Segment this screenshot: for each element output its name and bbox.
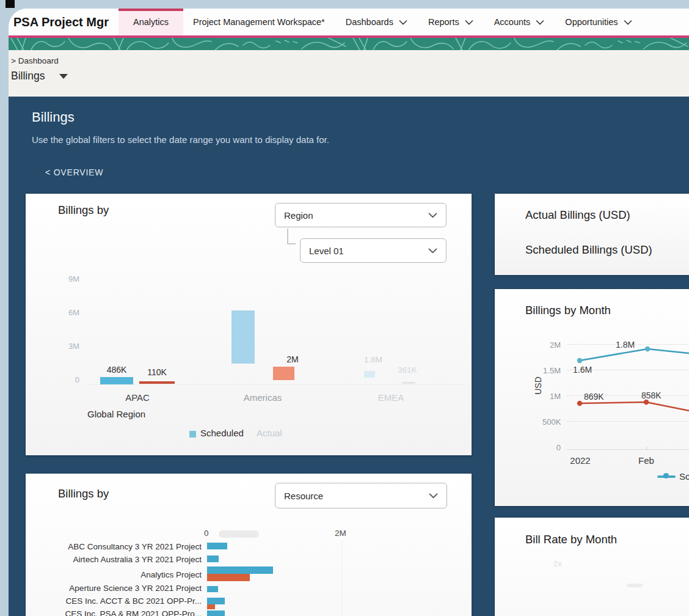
bar-emea-scheduled[interactable] [364, 371, 375, 378]
breadcrumb-area: > Dashboard Billings [9, 50, 689, 97]
bar-value-label: 2M [279, 354, 306, 364]
x-tick-label: Feb [636, 455, 656, 466]
x-tick-label: 2022 [566, 455, 595, 466]
topographic-banner [9, 38, 689, 50]
window-control-fragment [5, 0, 15, 8]
chevron-down-icon [429, 493, 438, 499]
legend-item-scheduled[interactable]: Sch [679, 471, 689, 482]
faded-ghost-label [219, 530, 259, 538]
chevron-down-icon [624, 20, 632, 25]
x-category-label: Americas [232, 392, 293, 403]
y-tick-label: 0 [61, 375, 79, 384]
x-axis-title: Global Region [87, 409, 145, 419]
gridline [341, 541, 342, 616]
legend-dot-icon [663, 473, 669, 479]
page-title: Billings [11, 70, 45, 82]
resource-dimension-select[interactable]: Resource [275, 483, 447, 508]
bar-scheduled[interactable] [207, 566, 273, 574]
dashboard-subtitle: Use the global filters to select the dat… [32, 134, 329, 145]
region-level-select[interactable]: Level 01 [300, 238, 447, 263]
y-tick-label: 500K [542, 417, 561, 427]
x-category-label: APAC [113, 392, 162, 403]
bar-value-label: 486K [94, 365, 139, 375]
kpi-actual-billings-label: Actual Billings (USD) [525, 208, 630, 222]
faded-chart-fragment [627, 584, 643, 587]
y-tick-label: 2M [542, 340, 561, 350]
legend-item-actual[interactable]: Actual [257, 428, 282, 438]
app-title: PSA Project Mgr [13, 15, 109, 29]
resource-row-label: ABC Consultancy 3 YR 2021 Project [44, 542, 202, 551]
bar-actual[interactable] [207, 574, 250, 581]
bar-scheduled[interactable] [207, 610, 225, 616]
y-tick-label: 6M [61, 308, 79, 317]
chevron-down-icon [399, 20, 407, 25]
billings-by-month-card: Billings by Month 2M 1.5M 1M 500K 0 USD … [495, 289, 689, 506]
resource-row-label: Analytics Project [44, 570, 202, 579]
y-tick-label: 1M [542, 392, 561, 401]
bar-americas-scheduled[interactable] [231, 310, 255, 364]
chevron-down-icon [428, 212, 437, 218]
kpi-scheduled-billings-label: Scheduled Billings (USD) [525, 243, 652, 257]
region-dimension-select[interactable]: Region [275, 203, 447, 227]
chevron-down-icon [536, 20, 544, 25]
bar-value-label: 361K [392, 365, 423, 375]
hierarchy-connector [287, 229, 296, 244]
resource-row-label: Aperture Science 3 YR 2021 Project [44, 584, 202, 593]
page-switcher-caret-icon[interactable] [59, 74, 68, 79]
card-title: Billings by [58, 204, 109, 217]
legend-swatch-scheduled [189, 431, 196, 438]
bar-emea-actual[interactable] [402, 382, 415, 384]
billings-by-resource-card: Billings by Resource 0 2M ABC Consultanc… [26, 474, 472, 616]
bar-scheduled[interactable] [207, 543, 227, 549]
tab-dashboards[interactable]: Dashboards [344, 9, 409, 35]
card-title: Billings by [58, 487, 109, 501]
card-title: Billings by Month [525, 304, 611, 317]
breadcrumb[interactable]: > Dashboard [11, 56, 689, 65]
bar-value-label: 110K [133, 367, 181, 377]
point-label: 858K [641, 391, 662, 400]
x-tick-label: 2M [335, 529, 346, 538]
billings-by-region-card: Billings by Region Level 01 9M 6M 3M 0 4… [26, 194, 472, 455]
tab-analytics[interactable]: Analytics [118, 9, 183, 35]
dashboard-title: Billings [32, 109, 75, 125]
resource-row-label: Airtech Australia 3 YR 2021 Project [44, 555, 202, 564]
tab-accounts[interactable]: Accounts [493, 9, 546, 35]
chevron-down-icon [428, 248, 437, 254]
billings-kpi-card: Actual Billings (USD) Scheduled Billings… [495, 194, 689, 275]
tab-project-management-workspace[interactable]: Project Management Workspace* [192, 9, 326, 35]
legend-item-scheduled[interactable]: Scheduled [200, 428, 244, 438]
x-tick-label: 0 [204, 529, 209, 538]
bar-americas-actual[interactable] [273, 367, 294, 380]
overview-back-link[interactable]: < OVERVIEW [45, 167, 103, 177]
bar-scheduled[interactable] [207, 598, 225, 604]
top-navbar: PSA Project Mgr Analytics Project Manage… [9, 9, 689, 35]
y-tick-label: 9M [61, 274, 79, 284]
y-axis-title: USD [533, 376, 543, 395]
point-label: 869K [584, 392, 604, 402]
point-label: 1.6M [573, 365, 592, 375]
app-window: PSA Project Mgr Analytics Project Manage… [9, 9, 689, 616]
point-label: 1.8M [616, 340, 635, 350]
bar-actual[interactable] [207, 604, 215, 609]
bar-scheduled[interactable] [207, 586, 218, 592]
y-tick-label: 0 [542, 443, 561, 452]
resource-row-label: CES Inc. PSA & RM 2021 OPP-Pro... [44, 609, 202, 616]
baseline [87, 384, 465, 385]
chevron-down-icon [465, 20, 473, 25]
faded-y-tick-label: 2x [553, 559, 562, 568]
bar-apac-actual[interactable] [139, 381, 175, 384]
tab-reports[interactable]: Reports [427, 9, 475, 35]
resource-row-label: CES Inc. ACCT & BC 2021 OPP-Pr... [44, 596, 202, 606]
dashboard-panel: Billings Use the global filters to selec… [9, 97, 689, 616]
y-tick-label: 3M [61, 342, 79, 351]
bill-rate-by-month-card: Bill Rate by Month 2x [495, 518, 689, 616]
bar-value-label: 1.8M [358, 355, 388, 364]
card-title: Bill Rate by Month [525, 533, 617, 546]
bar-scheduled[interactable] [207, 556, 219, 562]
contour-pattern [9, 38, 689, 50]
bar-apac-scheduled[interactable] [100, 377, 133, 384]
y-tick-label: 1.5M [542, 366, 561, 375]
x-category-label: EMEA [366, 392, 415, 403]
tab-opportunities[interactable]: Opportunities [564, 9, 633, 35]
